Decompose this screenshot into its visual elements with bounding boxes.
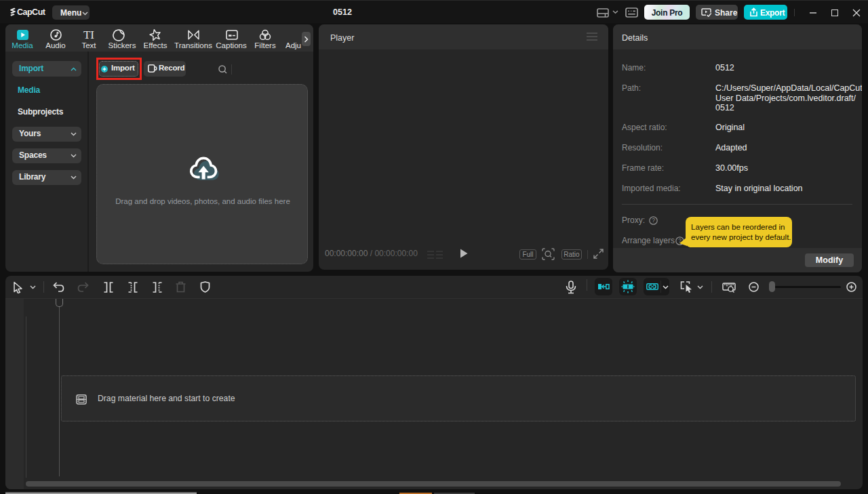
svg-text:?: ?: [652, 217, 655, 224]
